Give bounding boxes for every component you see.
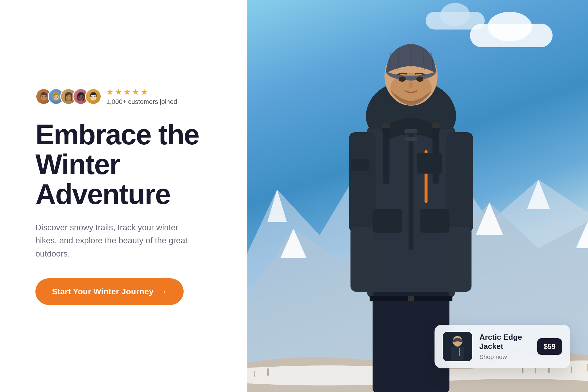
star-icon: ★ — [106, 87, 114, 97]
right-panel: Arctic Edge Jacket Shop now $59 — [247, 0, 588, 392]
svg-rect-44 — [405, 137, 418, 141]
star-icon: ★ — [132, 87, 139, 97]
svg-rect-47 — [432, 123, 440, 128]
rating-text: 1,000+ customers joined — [106, 98, 177, 106]
product-action: Shop now — [479, 353, 530, 360]
star-icon: ★ — [123, 87, 131, 97]
svg-rect-28 — [420, 209, 450, 233]
svg-rect-25 — [351, 227, 375, 292]
svg-rect-32 — [408, 296, 414, 301]
svg-rect-16 — [571, 367, 572, 373]
svg-rect-24 — [447, 132, 473, 233]
product-name: Arctic Edge Jacket — [479, 333, 530, 351]
hero-description: Discover snowy trails, track your winter… — [35, 221, 189, 261]
avatar-group: 👨🏽 👩🏼 👩🏽 👩🏿 👨🏻 — [35, 88, 102, 105]
star-rating: ★ ★ ★ ★ ★ — [106, 87, 177, 97]
svg-point-42 — [409, 82, 414, 88]
rating-block: ★ ★ ★ ★ ★ 1,000+ customers joined — [106, 87, 177, 106]
social-proof: 👨🏽 👩🏼 👩🏽 👩🏿 👨🏻 ★ ★ — [35, 87, 220, 106]
hero-title: Embrace the Winter Adventure — [35, 120, 220, 209]
cta-button[interactable]: Start Your Winter Journey → — [35, 278, 184, 305]
svg-rect-12 — [267, 368, 268, 375]
svg-rect-50 — [451, 347, 464, 360]
star-icon: ★ — [115, 87, 122, 97]
product-info: Arctic Edge Jacket Shop now — [479, 333, 530, 360]
svg-rect-27 — [373, 209, 402, 233]
product-price[interactable]: $59 — [537, 338, 562, 355]
page-wrapper: 👨🏽 👩🏼 👩🏽 👩🏿 👨🏻 ★ ★ — [0, 0, 588, 392]
hero-background: Arctic Edge Jacket Shop now $59 — [247, 0, 588, 392]
svg-rect-26 — [447, 227, 472, 292]
cta-label: Start Your Winter Journey — [52, 287, 153, 296]
left-panel: 👨🏽 👩🏼 👩🏽 👩🏿 👨🏻 ★ ★ — [0, 0, 247, 392]
svg-rect-51 — [459, 348, 460, 356]
star-icon: ★ — [141, 87, 148, 97]
svg-rect-23 — [349, 132, 376, 233]
svg-rect-29 — [417, 153, 442, 174]
arrow-icon: → — [158, 287, 167, 297]
svg-rect-43 — [405, 129, 418, 133]
svg-rect-46 — [382, 123, 390, 128]
svg-rect-21 — [383, 125, 390, 184]
svg-rect-19 — [409, 132, 414, 250]
svg-rect-11 — [254, 371, 255, 377]
svg-point-40 — [399, 76, 406, 82]
svg-point-41 — [416, 76, 424, 82]
product-card: Arctic Edge Jacket Shop now $59 — [435, 325, 570, 368]
svg-rect-45 — [352, 159, 369, 171]
product-thumbnail — [443, 332, 472, 361]
avatar: 👨🏻 — [85, 88, 102, 105]
